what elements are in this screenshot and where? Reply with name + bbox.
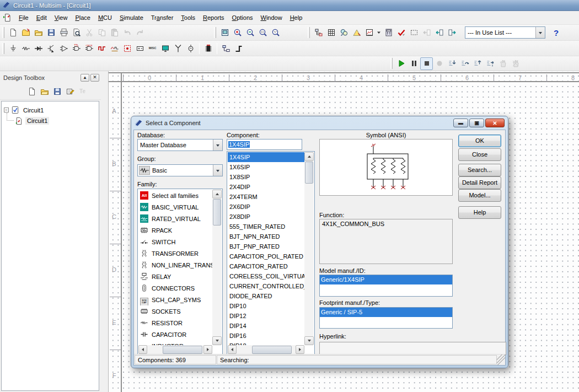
analog-opamp-button[interactable] — [57, 42, 70, 55]
backannotate-from-file-button[interactable] — [433, 26, 446, 39]
component-item[interactable]: DIODE_RATED — [228, 291, 304, 301]
toolbar-grip[interactable] — [390, 58, 393, 69]
footprint-value[interactable]: Generic / SIP-5 — [320, 308, 452, 317]
new-document-button[interactable] — [7, 26, 19, 39]
family-item[interactable]: RATED_VIRTUAL — [138, 213, 212, 224]
scrollbar-thumb[interactable] — [163, 346, 202, 354]
family-item[interactable]: NON_LINEAR_TRANSFORMER — [138, 259, 212, 271]
save-button[interactable] — [45, 26, 57, 39]
menu-window[interactable]: Window — [257, 13, 286, 23]
mcu-chip-button[interactable] — [202, 42, 215, 55]
grapher-button[interactable] — [363, 26, 376, 39]
scroll-right-icon[interactable] — [296, 345, 304, 354]
menu-edit[interactable]: Edit — [33, 13, 51, 23]
component-item[interactable]: CORELESS_COIL_VIRTUAL — [228, 271, 304, 281]
family-item[interactable]: SCHCAPSCH_CAP_SYMS — [138, 294, 212, 305]
help-button[interactable]: Help — [458, 206, 501, 219]
component-item[interactable]: 1X8SIP — [228, 172, 304, 182]
component-item[interactable]: CURRENT_CONTROLLED_ — [228, 281, 304, 291]
family-list[interactable]: AllSelect all familiesBASIC_VIRTUALRATED… — [137, 189, 223, 356]
component-item[interactable]: BJT_PNP_RATED — [228, 241, 304, 251]
toolbar-grip[interactable] — [214, 27, 216, 38]
resize-grip[interactable] — [497, 355, 505, 365]
cmos-gate-button[interactable]: CMOS — [83, 42, 95, 55]
stop-button[interactable] — [420, 57, 433, 70]
component-item[interactable]: 1X4SIP — [228, 152, 304, 162]
family-item[interactable]: RESISTOR — [138, 317, 212, 329]
capture-area-button[interactable] — [408, 26, 420, 39]
misc-digital-button[interactable] — [95, 42, 108, 55]
bus-button[interactable] — [232, 42, 245, 55]
family-item[interactable]: INDUCTOR — [138, 340, 212, 345]
component-item[interactable]: CAPACITOR_POL_RATED — [228, 251, 304, 261]
zoom-out-button[interactable] — [244, 26, 256, 39]
tree-child-label[interactable]: Circuit1 — [25, 117, 49, 125]
panel-collapse-button[interactable]: ▴ — [81, 74, 89, 82]
component-item[interactable]: 2X4TERM — [228, 192, 304, 202]
step-over-button[interactable] — [458, 57, 471, 70]
run-button[interactable] — [395, 57, 408, 70]
family-item[interactable]: RELAY — [138, 271, 212, 282]
menu-simulate[interactable]: Simulate — [116, 13, 147, 23]
menu-tools[interactable]: Tools — [177, 13, 199, 23]
scrollbar-thumb[interactable] — [252, 346, 292, 354]
group-dropdown-button[interactable] — [213, 165, 222, 176]
component-item[interactable]: 2X4DIP — [228, 182, 304, 192]
family-item[interactable]: RPACK — [138, 224, 212, 236]
scroll-left-icon[interactable] — [228, 345, 237, 354]
model-box[interactable]: Generic/1X4SIP — [319, 275, 453, 297]
component-item[interactable]: 2X6DIP — [228, 202, 304, 212]
step-into-button[interactable] — [446, 57, 458, 70]
forward-annotate-button[interactable] — [446, 26, 458, 39]
menu-mcu[interactable]: MCU — [94, 13, 116, 23]
component-item[interactable]: DIP16 — [228, 331, 304, 341]
scrollbar-thumb[interactable] — [305, 162, 313, 184]
peripherals-monitor-button[interactable] — [159, 42, 171, 55]
family-item[interactable]: BASIC_VIRTUAL — [138, 201, 212, 213]
in-use-list-dropdown-button[interactable] — [535, 27, 545, 38]
new-document-button[interactable] — [25, 85, 38, 98]
source-ground-button[interactable] — [7, 42, 19, 55]
zoom-fit-button[interactable] — [269, 26, 282, 39]
zoom-in-button[interactable] — [231, 26, 244, 39]
maximize-button[interactable]: ▣ — [469, 119, 484, 127]
model-value[interactable]: Generic/1X4SIP — [320, 275, 452, 284]
create-component-button[interactable] — [350, 26, 363, 39]
family-vertical-scrollbar[interactable] — [212, 190, 222, 345]
help-button[interactable]: ? — [550, 26, 562, 39]
design-toolbox-toggle-button[interactable] — [312, 26, 325, 39]
menu-reports[interactable]: Reports — [199, 13, 228, 23]
hyperlink-box[interactable] — [319, 342, 506, 355]
component-item[interactable]: BJT_NPN_RATED — [228, 232, 304, 241]
component-item[interactable]: DIP10 — [228, 301, 304, 311]
toolbar-grip[interactable] — [2, 27, 4, 38]
tree-collapse-icon[interactable]: − — [4, 108, 9, 112]
database-dropdown-button[interactable] — [213, 139, 222, 151]
zoom-area-button[interactable] — [256, 26, 269, 39]
mdi-document-icon[interactable] — [3, 13, 12, 22]
family-horizontal-scrollbar[interactable] — [138, 345, 212, 355]
scroll-up-icon[interactable] — [212, 190, 222, 198]
transistor-button[interactable] — [45, 42, 57, 55]
save-button[interactable] — [51, 85, 63, 98]
open-sample-folder-button[interactable] — [19, 26, 32, 39]
close-icon[interactable]: ✕ — [485, 119, 505, 127]
rf-antenna-button[interactable] — [171, 42, 184, 55]
component-item[interactable]: DIP18 — [228, 341, 304, 345]
component-item[interactable]: DIP12 — [228, 311, 304, 321]
mixed-signal-button[interactable] — [108, 42, 121, 55]
erc-check-button[interactable] — [395, 26, 408, 39]
scroll-down-icon[interactable] — [304, 336, 314, 345]
component-list[interactable]: 1X4SIP1X6SIP1X8SIP2X4DIP2X4TERM2X6DIP2X8… — [227, 151, 315, 356]
menu-place[interactable]: Place — [71, 13, 94, 23]
menu-help[interactable]: Help — [286, 13, 307, 23]
family-item[interactable]: SWITCH — [138, 236, 212, 248]
family-item[interactable]: CONNECTORS — [138, 282, 212, 294]
open-folder-button[interactable] — [38, 85, 51, 98]
family-item[interactable]: SOCKETS — [138, 305, 212, 317]
open-folder-button[interactable] — [32, 26, 45, 39]
ttl-gate-button[interactable]: TTL — [70, 42, 83, 55]
database-combo[interactable]: Master Database — [137, 139, 223, 151]
tree-child-row[interactable]: Circuit1 — [7, 115, 98, 126]
tree-root-row[interactable]: − Circuit1 — [4, 105, 98, 115]
